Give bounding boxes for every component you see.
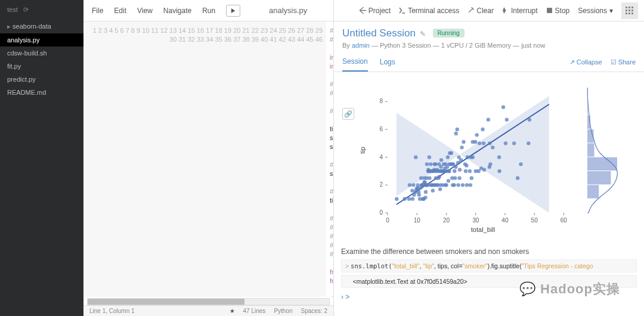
output-code-1: > sns.lmplot("total_bill", "tip", tips, … bbox=[341, 259, 637, 272]
svg-point-160 bbox=[481, 128, 484, 131]
session-title[interactable]: Untitled Session bbox=[342, 27, 416, 39]
svg-point-113 bbox=[444, 183, 448, 187]
svg-rect-7 bbox=[626, 13, 627, 14]
svg-point-167 bbox=[491, 145, 494, 149]
permalink-icon[interactable]: 🔗 bbox=[342, 108, 354, 120]
file-title: analysis.py bbox=[251, 6, 325, 15]
svg-point-97 bbox=[437, 175, 441, 178]
svg-point-74 bbox=[428, 155, 431, 159]
svg-text:30: 30 bbox=[472, 217, 479, 224]
svg-text:tip: tip bbox=[359, 147, 366, 154]
svg-text:0: 0 bbox=[386, 217, 389, 224]
svg-point-142 bbox=[462, 140, 465, 144]
svg-rect-185 bbox=[587, 143, 595, 156]
code-editor[interactable]: 1 2 3 4 5 6 7 8 9 10 11 12 13 14 15 16 1… bbox=[83, 21, 333, 297]
svg-point-176 bbox=[527, 141, 530, 145]
spaces: Spaces: 2 bbox=[301, 308, 327, 314]
file-analysis-py[interactable]: analysis.py bbox=[0, 33, 83, 47]
output-code-2: <matplotlib.text.Text at 0x7f0d51459a20> bbox=[341, 275, 637, 288]
session-toolbar: Project Terminal access Clear Interrupt … bbox=[334, 0, 644, 21]
svg-point-156 bbox=[475, 133, 478, 137]
svg-text:40: 40 bbox=[501, 217, 509, 224]
menu-edit[interactable]: Edit bbox=[114, 7, 126, 15]
tab-session[interactable]: Session bbox=[342, 52, 368, 72]
svg-point-117 bbox=[447, 179, 450, 182]
svg-point-134 bbox=[456, 161, 460, 165]
menu-view[interactable]: View bbox=[137, 7, 153, 15]
file-predict-py[interactable]: predict.py bbox=[0, 73, 83, 86]
editor-scrollbar[interactable] bbox=[87, 298, 330, 305]
user-link[interactable]: admin bbox=[352, 42, 370, 49]
svg-point-38 bbox=[407, 197, 411, 200]
terminal-button[interactable]: Terminal access bbox=[399, 7, 459, 15]
output-chart: 🔗 010203040506002468total_billtip bbox=[341, 76, 637, 243]
svg-point-168 bbox=[497, 155, 501, 159]
svg-point-63 bbox=[423, 196, 427, 199]
svg-point-41 bbox=[411, 197, 414, 200]
language: Python bbox=[274, 308, 292, 314]
svg-point-37 bbox=[402, 197, 406, 200]
svg-point-173 bbox=[512, 141, 516, 145]
svg-point-145 bbox=[465, 163, 468, 167]
clear-button[interactable]: Clear bbox=[467, 7, 494, 15]
svg-point-171 bbox=[504, 141, 507, 145]
svg-rect-2 bbox=[628, 7, 630, 8]
svg-point-36 bbox=[395, 197, 398, 200]
svg-point-129 bbox=[453, 169, 456, 173]
edit-title-icon[interactable]: ✎ bbox=[420, 30, 426, 38]
svg-point-139 bbox=[459, 158, 463, 162]
svg-rect-6 bbox=[631, 10, 633, 11]
collapse-button[interactable]: ↗ Collapse bbox=[569, 58, 602, 66]
run-button[interactable] bbox=[226, 5, 240, 17]
svg-rect-5 bbox=[628, 10, 630, 11]
svg-point-42 bbox=[411, 183, 415, 187]
file-README-md[interactable]: README.md bbox=[0, 86, 83, 99]
session-meta: By admin — Python 3 Session — 1 vCPU / 2… bbox=[342, 42, 636, 49]
svg-text:6: 6 bbox=[379, 126, 383, 132]
svg-point-138 bbox=[458, 168, 462, 171]
svg-point-148 bbox=[468, 169, 472, 173]
file-sidebar: test ⟳ seaborn-dataanalysis.pycdsw-build… bbox=[0, 0, 83, 316]
output-caption: Examine the difference between smokers a… bbox=[341, 247, 637, 256]
statusbar: Line 1, Column 1 ★ 47 Lines Python Space… bbox=[83, 305, 333, 316]
input-prompt[interactable]: › > bbox=[341, 290, 637, 303]
svg-rect-4 bbox=[626, 10, 627, 11]
interrupt-button[interactable]: Interrupt bbox=[502, 7, 538, 15]
svg-rect-3 bbox=[631, 7, 633, 8]
svg-point-140 bbox=[460, 145, 463, 149]
svg-point-132 bbox=[454, 132, 458, 135]
menu-run[interactable]: Run bbox=[202, 7, 215, 15]
svg-text:4: 4 bbox=[379, 154, 383, 160]
svg-point-162 bbox=[482, 168, 486, 171]
svg-point-137 bbox=[457, 176, 461, 179]
tab-logs[interactable]: Logs bbox=[380, 53, 395, 71]
stop-button[interactable]: Stop bbox=[546, 7, 570, 15]
svg-point-172 bbox=[505, 117, 509, 121]
svg-point-128 bbox=[453, 183, 456, 187]
sessions-dropdown[interactable]: Sessions ▾ bbox=[578, 7, 613, 15]
svg-text:8: 8 bbox=[379, 98, 383, 104]
menu-file[interactable]: File bbox=[92, 7, 103, 15]
file-fit-py[interactable]: fit.py bbox=[0, 60, 83, 73]
svg-rect-1 bbox=[626, 7, 627, 8]
caret-down-icon: ▾ bbox=[609, 7, 613, 15]
project-name: test ⟳ bbox=[0, 0, 83, 20]
svg-point-120 bbox=[447, 169, 451, 173]
file-cdsw-build-sh[interactable]: cdsw-build.sh bbox=[0, 47, 83, 60]
menu-navigate[interactable]: Navigate bbox=[163, 7, 191, 15]
svg-point-88 bbox=[434, 162, 437, 166]
svg-point-69 bbox=[425, 162, 429, 166]
project-button[interactable]: Project bbox=[360, 7, 391, 15]
svg-point-154 bbox=[473, 140, 477, 144]
file-seaborn-data[interactable]: seaborn-data bbox=[0, 20, 83, 33]
editor-panel: File Edit View Navigate Run analysis.py … bbox=[83, 0, 334, 316]
svg-text:total_bill: total_bill bbox=[471, 226, 495, 233]
apps-grid-icon[interactable] bbox=[621, 2, 638, 19]
svg-point-152 bbox=[471, 155, 475, 159]
star-icon[interactable]: ★ bbox=[230, 308, 235, 314]
svg-point-130 bbox=[453, 176, 457, 179]
svg-point-149 bbox=[469, 183, 472, 187]
svg-point-163 bbox=[487, 117, 490, 121]
refresh-icon[interactable]: ⟳ bbox=[23, 6, 29, 13]
share-button[interactable]: ☑ Share bbox=[611, 58, 636, 66]
